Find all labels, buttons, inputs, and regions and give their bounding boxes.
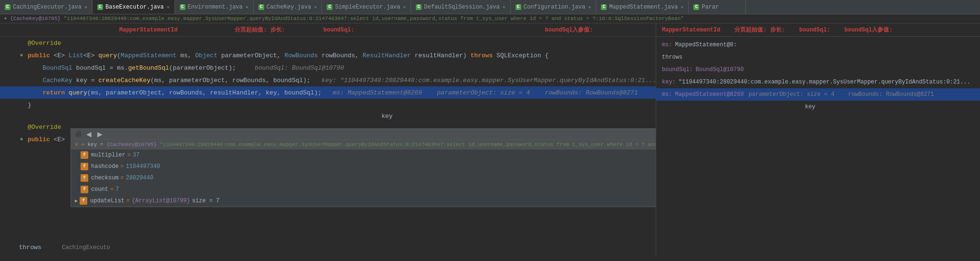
tooltip-row-hashcode: f hashcode = 1104497340 (71, 161, 656, 172)
field-name-hashcode: hashcode (91, 163, 119, 170)
line-content-4: CacheKey key = createCacheKey(ms, parame… (26, 77, 656, 84)
tab-parar[interactable]: C Parar (689, 0, 746, 14)
tab-close-caching[interactable]: ✕ (84, 4, 87, 10)
bottom-filename-label: CachingExecuto (62, 244, 110, 251)
field-icon-updatelist: f (80, 197, 87, 205)
code-line-4: CacheKey key = createCacheKey(ms, parame… (0, 74, 656, 86)
tooltip-row-checksum: f checksum = 28029440 (71, 172, 656, 184)
field-name-count: count (91, 186, 108, 193)
tab-icon-cachekey: C (258, 4, 264, 10)
debug-header-input: boundSql入参值: (845, 26, 893, 34)
line-marker-9: ● (17, 136, 26, 143)
code-line-1: @Override (0, 37, 656, 49)
debug-header-boundsql: boundSql: (799, 27, 830, 33)
code-line-2: ● public <E> List<E> query(MappedStateme… (0, 49, 656, 62)
annotation-mapper-id: MapperStatementId (119, 27, 177, 33)
code-area: MapperStatementId 分页起始值: 步长: boundSql: b… (0, 23, 656, 256)
code-line-7: key (0, 111, 656, 121)
tab-close-mapped[interactable]: ✕ (681, 4, 683, 10)
tooltip-key-label: key = (87, 142, 106, 147)
field-icon-checksum: f (81, 174, 88, 182)
debug-line-throws: throws (656, 51, 980, 63)
tooltip-row-count: f count = 7 (71, 184, 656, 195)
tab-close-defaultsql[interactable]: ✕ (503, 4, 505, 10)
field-val-checksum: 28029440 (126, 175, 154, 181)
field-name-checksum: checksum (91, 175, 119, 181)
code-line-3: BoundSql boundSql = ms.getBoundSql(param… (0, 62, 656, 74)
tooltip-forward-button[interactable]: ▶ (96, 130, 104, 138)
tab-mapped-statement[interactable]: C MappedStatement.java ✕ (596, 0, 689, 14)
tab-icon-mapped: C (601, 4, 607, 10)
tab-icon-base: C (97, 4, 103, 10)
tooltip-popup: ⬛ ◀ ▶ ∨ ∞ key = {CacheKey@10795} "110449… (71, 128, 656, 207)
tooltip-expand-arrow: ∨ ∞ (75, 142, 87, 147)
tab-close-cachekey[interactable]: ✕ (314, 4, 317, 10)
tab-bar: C CachingExecutor.java ✕ C BaseExecutor.… (0, 0, 980, 14)
debug-val-key: "1104497340:28029440:com.example.easy.ma… (679, 79, 970, 85)
tab-configuration[interactable]: C Configuration.java ✕ (511, 0, 597, 14)
tab-simple-executor[interactable]: C SimpleExecutor.java ✕ (322, 0, 411, 14)
tooltip-row-updatelist[interactable]: ▶ f updateList = {ArrayList@10799} size … (71, 195, 656, 207)
debug-line-key2: key (656, 101, 980, 113)
field-val-hashcode: 1104497340 (126, 163, 160, 170)
expand-arrow-icon: ▶ (75, 198, 78, 204)
tab-close-env[interactable]: ✕ (246, 4, 248, 10)
debug-val-ms: MappedStatement@8: (675, 42, 737, 48)
tab-cache-key[interactable]: C CacheKey.java ✕ (254, 0, 322, 14)
field-val-count: 7 (115, 186, 119, 193)
tab-base-executor[interactable]: C BaseExecutor.java ✕ (93, 0, 175, 14)
tooltip-back-button[interactable]: ◀ (85, 130, 93, 138)
debug-label-key: key: (662, 79, 676, 85)
code-line-5: return query(ms, parameterObject, rowBou… (0, 86, 656, 99)
debug-val-boundsql: BoundSql@10790 (696, 66, 744, 73)
tooltip-nav-icon: ⬛ (75, 131, 82, 138)
tab-close-base[interactable]: ✕ (166, 4, 169, 10)
debug-line-ms2: ms: MappedStatement@8269 parameterObject… (656, 88, 980, 101)
annotation-boundsql-input: boundSql入参值: (545, 26, 593, 34)
tab-icon-parar: C (693, 4, 699, 10)
debug-label-ms2: ms: (662, 91, 672, 98)
tab-close-config[interactable]: ✕ (588, 4, 591, 10)
tooltip-key-row: ∨ ∞ key = {CacheKey@10795} "1104497340:2… (71, 140, 656, 149)
annotation-boundsql: boundSql: (323, 27, 354, 33)
debug-line-key: key: "1104497340:28029440:com.example.ea… (656, 76, 980, 88)
field-name-multiplier: multiplier (91, 152, 125, 158)
line-content-5: return query(ms, parameterObject, rowBou… (26, 89, 656, 96)
tooltip-key-value: "1104497340:28029440:com.example.easy.ma… (160, 142, 656, 147)
tab-close-simple[interactable]: ✕ (403, 4, 406, 10)
tab-icon-defaultsql: C (416, 4, 422, 10)
debug-label-ms: ms: (662, 42, 672, 48)
cache-key-value: "1104497340:28029440:com.example.easy.ma… (63, 16, 683, 21)
info-bar: + {CacheKey@10795} "1104497340:28029440:… (0, 14, 980, 23)
tab-icon-caching: C (5, 4, 10, 10)
tooltip-header: ⬛ ◀ ▶ (71, 129, 656, 140)
debug-val-ms2: MappedStatement@8269 (675, 91, 744, 98)
debug-line-ms: ms: MappedStatement@8: (656, 39, 980, 51)
field-val-updatelist-ref: {ArrayList@10799} (132, 198, 190, 204)
tab-icon-env: C (180, 4, 186, 10)
tooltip-key-ref: {CacheKey@10795} (106, 142, 160, 147)
debug-panel: MapperStatementId 分页起始值: 步长: boundSql: b… (656, 23, 980, 256)
info-prefix: + (4, 16, 7, 21)
tab-icon-config: C (516, 4, 521, 10)
debug-line-boundsql: boundSql: BoundSql@10790 (656, 63, 980, 76)
field-icon-multiplier: f (81, 151, 88, 159)
tab-environment[interactable]: C Environment.java ✕ (175, 0, 254, 14)
line-content-6: } (26, 102, 656, 109)
field-name-updatelist: updateList (90, 198, 124, 204)
code-line-6: } (0, 99, 656, 111)
line-content-3: BoundSql boundSql = ms.getBoundSql(param… (26, 64, 656, 72)
field-icon-hashcode: f (81, 163, 88, 170)
debug-val-throws: throws (662, 54, 682, 61)
bottom-throws-label: throws (19, 244, 41, 251)
debug-header-mapper: MapperStatementId (662, 27, 720, 33)
field-icon-count: f (81, 186, 88, 193)
tab-default-sql[interactable]: C DefaultSqlSession.java ✕ (411, 0, 510, 14)
tab-caching-executor[interactable]: C CachingExecutor.java ✕ (0, 0, 93, 14)
key-center-label: key (382, 113, 392, 120)
line-marker-2: ● (17, 52, 26, 59)
cache-key-ref: {CacheKey@10795} (10, 16, 63, 21)
field-val-updatelist-size: size = 7 (192, 198, 220, 204)
tab-icon-simple: C (327, 4, 332, 10)
line-content-2: public <E> List<E> query(MappedStatement… (26, 52, 656, 59)
